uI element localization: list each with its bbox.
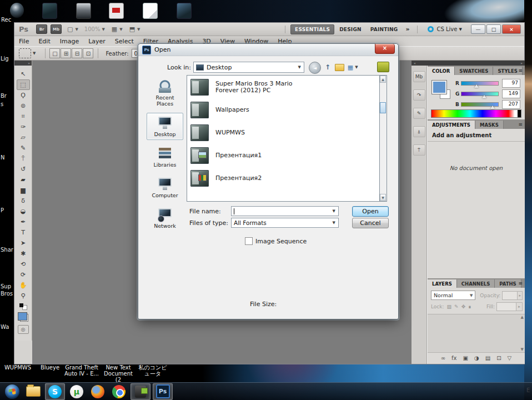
adjustment-layer-icon[interactable]: ◑ [474,355,479,361]
desktop-label[interactable]: Shar [1,247,13,253]
adjustments-panel-menu-icon[interactable]: ≡ [518,122,523,127]
red-value[interactable]: 97 [502,79,520,88]
file-item[interactable] [187,189,379,202]
file-list[interactable]: Super Mario Bros 3 Mario Forever (2012) … [187,75,380,202]
fill-spinner[interactable]: ▸ [516,302,523,311]
green-slider-handle[interactable] [482,95,486,98]
desktop-icon-folder[interactable] [42,3,57,19]
scroll-up-arrow[interactable]: ▲ [380,76,386,83]
fill-input[interactable] [496,302,516,311]
look-in-select[interactable]: Desktop ▼ [193,62,304,73]
desktop-label[interactable]: WUPMWS [3,364,32,371]
foreground-color-swatch[interactable] [18,312,27,321]
lock-all-icon[interactable]: ∎ [468,304,471,309]
up-one-level-button[interactable]: ↑ [322,62,333,73]
tool-preset-arrow[interactable]: ▼ [33,51,36,56]
file-item[interactable]: Super Mario Bros 3 Mario Forever (2012) … [187,76,379,98]
tab-color[interactable]: COLOR [428,67,455,75]
screen-mode-icon[interactable]: ⬒ [129,26,135,33]
firefox-icon[interactable] [88,384,107,399]
blue-value[interactable]: 207 [502,100,520,109]
desktop-label[interactable]: Sup [1,283,13,289]
utorrent-icon[interactable]: µ [67,384,86,399]
type-tool[interactable]: T [17,227,30,238]
tab-paths[interactable]: PATHS [495,279,521,288]
pen-tool[interactable]: ✒ [17,217,30,227]
start-button[interactable] [3,384,22,399]
desktop-label[interactable]: N [1,154,13,161]
desktop-icon-photo[interactable] [76,3,91,19]
desktop-icon-orb[interactable] [10,3,24,18]
menu-item[interactable]: Layer [88,38,106,45]
look-in-arrow[interactable]: ▼ [298,65,304,69]
view-extras-icon[interactable]: ▢ [67,26,73,33]
file-item[interactable]: Wallpapers [187,98,379,121]
gradient-tool[interactable]: ▆ [17,185,30,196]
layers-scroll-up[interactable]: ▲ [521,315,524,319]
clone-source-icon[interactable]: ⍋ [413,126,425,137]
desktop-label[interactable]: Lig [1,56,13,62]
lock-transparency-icon[interactable]: ▨ [447,304,452,309]
desktop-icon-document[interactable] [143,3,158,19]
layers-scroll-down[interactable]: ▼ [521,347,524,352]
desktop-label[interactable]: P [1,207,13,213]
crop-tool[interactable]: ⌗ [17,111,30,122]
menu-item[interactable]: Edit [38,38,50,45]
lock-position-icon[interactable]: ✥ [461,304,466,309]
tool-presets-icon[interactable]: ✎ [413,108,425,119]
desktop-label[interactable]: Bros [1,291,13,297]
desktop-label-recycle[interactable]: Rec [1,17,11,23]
file-item[interactable]: WUPMWS [187,121,379,144]
3d-rotate-tool[interactable]: ⟲ [17,259,30,269]
blue-slider[interactable] [461,102,499,107]
file-name-input[interactable]: ▼ [231,206,339,216]
minimize-button[interactable]: — [471,24,485,34]
desktop-label[interactable]: Wa [1,324,13,330]
arrange-documents-icon[interactable]: ▦ [112,26,117,33]
eyedropper-tool[interactable]: ✑ [17,122,30,132]
tab-adjustments[interactable]: ADJUSTMENTS [428,121,475,129]
files-of-type-select[interactable]: All Formats ▼ [231,218,339,228]
desktop-label[interactable]: Br [1,93,13,99]
intersect-selection-mode-button[interactable]: ⊡ [83,48,93,58]
desktop-label[interactable]: 私のコンピ ュータ [137,364,169,377]
arrange-arrow[interactable]: ▼ [119,27,122,32]
red-slider-handle[interactable] [474,84,479,88]
layer-mask-icon[interactable]: ▣ [463,355,468,361]
hand-tool[interactable]: ✋ [17,280,30,291]
default-colors-icon[interactable] [19,303,27,310]
red-slider[interactable] [461,81,499,86]
3d-orbit-tool[interactable]: ⟳ [17,269,30,280]
desktop-icon-jetix[interactable] [109,3,124,19]
quick-mask-button[interactable]: ◎ [18,325,29,334]
explorer-icon[interactable] [24,384,43,399]
panel-dock-header[interactable]: « » [411,61,525,66]
dialog-close-button[interactable]: × [375,44,395,54]
zoom-level[interactable]: 100% [84,26,101,32]
desktop-icon-misc[interactable] [177,3,192,19]
skype-icon[interactable]: S [45,383,65,400]
scrollbar-thumb[interactable] [380,102,386,113]
desktop-label[interactable]: Blueye [39,364,61,371]
menu-item[interactable]: Image [60,38,79,45]
marquee-tool-preset-icon[interactable] [19,48,31,58]
dodge-tool[interactable]: ◒ [17,206,30,217]
place-computer[interactable]: Computer [147,174,183,201]
new-selection-mode-button[interactable]: □ [49,48,60,58]
image-sequence-checkbox[interactable] [245,237,253,245]
desktop-label[interactable]: Grand Theft Auto IV - E... [64,364,99,377]
link-layers-icon[interactable]: ∞ [441,355,445,361]
tab-masks[interactable]: MASKS [475,121,504,129]
tab-layers[interactable]: LAYERS [428,279,457,288]
new-folder-button[interactable] [334,62,345,73]
dialog-title-bar[interactable]: Ps Open [138,44,398,56]
tab-channels[interactable]: CHANNELS [457,279,495,288]
spot-healing-brush-tool[interactable]: ▱ [17,132,30,143]
close-button[interactable]: × [502,24,521,34]
place-desktop[interactable]: Desktop [147,113,183,140]
move-tool[interactable]: ↖ [17,69,30,79]
file-item[interactable]: Презентация2 [187,167,379,189]
cs-live-button[interactable]: CS Live ▼ [428,26,462,32]
place-recent-places[interactable]: Recent Places [147,76,183,109]
blur-tool[interactable]: δ [17,196,30,206]
